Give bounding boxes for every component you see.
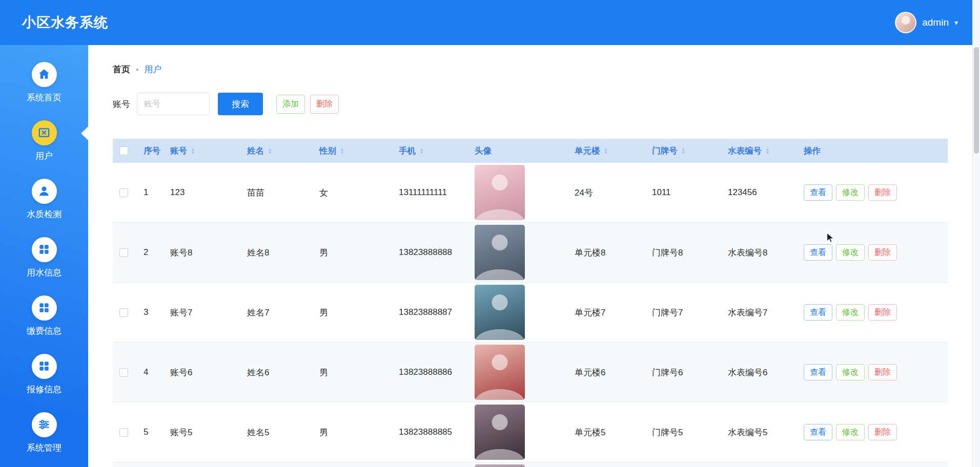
row-checkbox[interactable] bbox=[119, 308, 128, 317]
add-button[interactable]: 添加 bbox=[276, 95, 305, 114]
breadcrumb: 首页 ● 用户 bbox=[113, 63, 948, 75]
sidebar-item-water-usage[interactable]: 用水信息 bbox=[0, 228, 88, 287]
sidebar-item-users[interactable]: 用户 bbox=[0, 112, 88, 170]
scrollbar-thumb[interactable] bbox=[974, 47, 979, 154]
avatar-photo bbox=[475, 165, 525, 220]
edit-button[interactable]: 修改 bbox=[836, 304, 865, 321]
cell-phone: 13823888886 bbox=[392, 367, 468, 377]
app-header: 小区水务系统 admin ▾ bbox=[0, 0, 972, 45]
vertical-scrollbar[interactable] bbox=[972, 0, 980, 467]
cell-phone: 13823888887 bbox=[392, 307, 468, 317]
person-icon bbox=[32, 179, 57, 204]
edit-button[interactable]: 修改 bbox=[836, 424, 865, 440]
cell-unit: 单元楼5 bbox=[568, 427, 645, 438]
sidebar-item-water-quality[interactable]: 水质检测 bbox=[0, 170, 88, 228]
cell-unit: 单元楼6 bbox=[568, 367, 645, 378]
edit-button[interactable]: 修改 bbox=[836, 364, 865, 380]
cell-unit: 单元楼8 bbox=[568, 247, 645, 259]
column-header: 性别 bbox=[319, 145, 336, 157]
cell-account: 账号7 bbox=[164, 307, 240, 319]
sidebar-item-label: 缴费信息 bbox=[27, 325, 62, 337]
table-row: 查看 修改 删除 bbox=[113, 462, 948, 467]
column-header: 手机 bbox=[399, 145, 416, 157]
delete-button[interactable]: 删除 bbox=[868, 364, 897, 380]
avatar-photo bbox=[475, 285, 525, 340]
sidebar-item-label: 水质检测 bbox=[27, 208, 62, 220]
delete-button[interactable]: 删除 bbox=[868, 244, 897, 261]
select-all-checkbox[interactable] bbox=[119, 146, 128, 155]
sort-icon[interactable]: ▲▼ bbox=[765, 147, 770, 155]
sidebar-item-home[interactable]: 系统首页 bbox=[0, 53, 88, 112]
sort-icon[interactable]: ▲▼ bbox=[340, 147, 344, 155]
breadcrumb-separator-icon: ● bbox=[136, 67, 138, 72]
cell-gender: 男 bbox=[313, 427, 392, 438]
cell-gender: 女 bbox=[313, 187, 392, 199]
app-title: 小区水务系统 bbox=[22, 13, 108, 32]
cell-door: 1011 bbox=[645, 187, 721, 198]
view-button[interactable]: 查看 bbox=[804, 184, 832, 201]
row-checkbox[interactable] bbox=[119, 188, 128, 197]
delete-button[interactable]: 删除 bbox=[868, 184, 897, 201]
sliders-icon bbox=[32, 412, 57, 437]
cell-index: 2 bbox=[137, 247, 164, 258]
table-row: 4 账号6 姓名6 男 13823888886 单元楼6 门牌号6 水表编号6 … bbox=[113, 343, 948, 402]
column-header: 账号 bbox=[170, 145, 187, 157]
table-row: 1 123 苗苗 女 13111111111 24号 1011 123456 查… bbox=[113, 163, 948, 223]
view-button[interactable]: 查看 bbox=[804, 304, 832, 321]
view-button[interactable]: 查看 bbox=[804, 424, 832, 440]
delete-button[interactable]: 删除 bbox=[868, 304, 897, 321]
sidebar-item-system-admin[interactable]: 系统管理 bbox=[0, 404, 88, 462]
column-header: 水表编号 bbox=[728, 145, 762, 157]
cell-phone: 13823888885 bbox=[392, 427, 468, 437]
column-header: 操作 bbox=[804, 145, 821, 157]
row-checkbox[interactable] bbox=[119, 248, 128, 257]
breadcrumb-current: 用户 bbox=[144, 63, 161, 75]
search-field-label: 账号 bbox=[113, 98, 130, 110]
sort-icon[interactable]: ▲▼ bbox=[604, 147, 608, 155]
user-menu[interactable]: admin ▾ bbox=[895, 12, 958, 33]
sidebar-item-repair[interactable]: 报修信息 bbox=[0, 345, 88, 404]
row-checkbox[interactable] bbox=[119, 428, 128, 437]
cell-index: 5 bbox=[137, 427, 164, 437]
view-button[interactable]: 查看 bbox=[804, 364, 832, 380]
cell-name: 姓名5 bbox=[240, 427, 313, 438]
cell-gender: 男 bbox=[313, 307, 392, 319]
search-button[interactable]: 搜索 bbox=[218, 93, 263, 115]
grid-icon bbox=[32, 295, 57, 321]
column-header: 门牌号 bbox=[652, 145, 678, 157]
caret-down-icon: ▾ bbox=[954, 18, 958, 27]
user-card-icon bbox=[32, 120, 57, 145]
avatar-photo bbox=[475, 405, 525, 460]
home-icon bbox=[32, 62, 57, 87]
cell-unit: 24号 bbox=[568, 187, 645, 199]
column-header: 头像 bbox=[475, 145, 492, 157]
sort-icon[interactable]: ▲▼ bbox=[268, 147, 272, 155]
table-row: 5 账号5 姓名5 男 13823888885 单元楼5 门牌号5 水表编号5 … bbox=[113, 402, 948, 462]
sort-icon[interactable]: ▲▼ bbox=[681, 147, 686, 155]
bulk-delete-button[interactable]: 删除 bbox=[310, 95, 339, 114]
sort-icon[interactable]: ▲▼ bbox=[191, 147, 195, 155]
account-search-input[interactable] bbox=[137, 93, 210, 115]
sort-icon[interactable]: ▲▼ bbox=[419, 147, 424, 155]
sidebar-item-label: 系统管理 bbox=[27, 442, 62, 454]
table-row: 2 账号8 姓名8 男 13823888888 单元楼8 门牌号8 水表编号8 … bbox=[113, 223, 948, 283]
cell-phone: 13111111111 bbox=[392, 187, 468, 198]
sidebar-item-label: 用水信息 bbox=[27, 267, 62, 279]
sidebar-item-payment[interactable]: 缴费信息 bbox=[0, 287, 88, 345]
edit-button[interactable]: 修改 bbox=[836, 184, 865, 201]
delete-button[interactable]: 删除 bbox=[868, 424, 897, 440]
edit-button[interactable]: 修改 bbox=[836, 244, 865, 261]
breadcrumb-home[interactable]: 首页 bbox=[113, 63, 130, 75]
row-checkbox[interactable] bbox=[119, 368, 128, 377]
cell-meter: 水表编号8 bbox=[721, 247, 797, 259]
cell-account: 账号8 bbox=[164, 247, 240, 259]
cell-gender: 男 bbox=[313, 247, 392, 259]
cell-name: 姓名8 bbox=[240, 247, 313, 259]
column-header: 单元楼 bbox=[575, 145, 600, 157]
grid-icon bbox=[32, 354, 57, 379]
cell-door: 门牌号8 bbox=[645, 247, 721, 259]
view-button[interactable]: 查看 bbox=[804, 244, 832, 261]
user-name: admin bbox=[922, 17, 949, 28]
cell-door: 门牌号6 bbox=[645, 367, 721, 378]
users-table: 序号 账号▲▼ 姓名▲▼ 性别▲▼ 手机▲▼ 头像 单元楼▲▼ 门牌号▲▼ 水表… bbox=[113, 139, 948, 467]
